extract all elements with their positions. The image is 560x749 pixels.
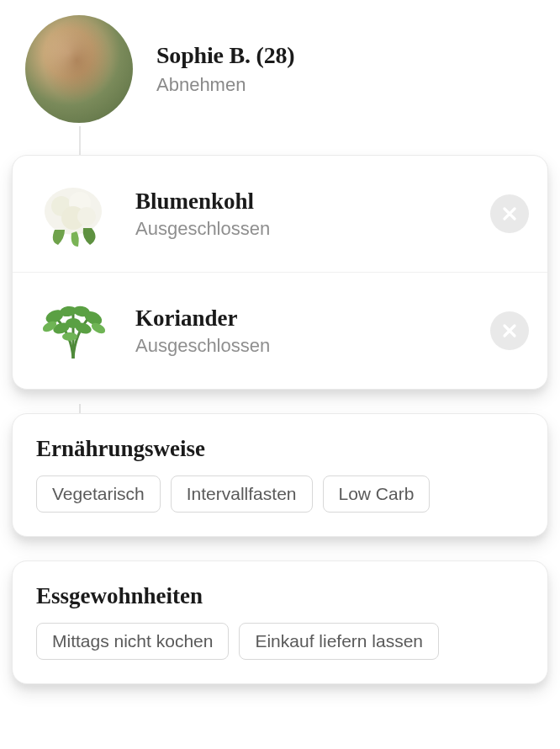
remove-button[interactable] xyxy=(490,194,529,233)
coriander-icon xyxy=(31,293,115,369)
diet-card: Ernährungsweise Vegetarisch Intervallfas… xyxy=(12,413,548,537)
excluded-item-texts: Koriander Ausgeschlossen xyxy=(135,305,470,357)
habits-chips: Mittags nicht kochen Einkauf liefern las… xyxy=(13,623,547,683)
svg-point-11 xyxy=(66,318,81,328)
remove-button[interactable] xyxy=(490,311,529,350)
diet-chip[interactable]: Vegetarisch xyxy=(36,475,161,513)
excluded-item-status: Ausgeschlossen xyxy=(135,335,470,357)
habits-chip[interactable]: Mittags nicht kochen xyxy=(36,623,229,660)
habits-title: Essgewohnheiten xyxy=(13,561,547,623)
diet-chip[interactable]: Intervallfasten xyxy=(171,475,313,513)
excluded-card: Blumenkohl Ausgeschlossen xyxy=(12,155,548,390)
svg-point-14 xyxy=(62,332,77,341)
svg-point-4 xyxy=(77,207,96,226)
profile-name: Sophie B. (28) xyxy=(156,42,294,69)
excluded-item-name: Blumenkohl xyxy=(135,189,470,215)
excluded-item-name: Koriander xyxy=(135,305,470,332)
excluded-item-texts: Blumenkohl Ausgeschlossen xyxy=(135,189,470,240)
profile-goal: Abnehmen xyxy=(156,74,294,96)
profile-texts: Sophie B. (28) Abnehmen xyxy=(156,42,294,96)
diet-title: Ernährungsweise xyxy=(13,414,547,475)
close-icon xyxy=(501,205,518,222)
diet-chips: Vegetarisch Intervallfasten Low Carb xyxy=(13,475,547,536)
cauliflower-icon xyxy=(31,176,115,252)
habits-chip[interactable]: Einkauf liefern lassen xyxy=(239,623,439,660)
diet-chip[interactable]: Low Carb xyxy=(323,475,431,513)
profile-header: Sophie B. (28) Abnehmen xyxy=(0,0,560,131)
avatar xyxy=(25,15,133,123)
excluded-item-status: Ausgeschlossen xyxy=(135,218,470,240)
habits-card: Essgewohnheiten Mittags nicht kochen Ein… xyxy=(12,560,548,684)
excluded-row: Blumenkohl Ausgeschlossen xyxy=(13,156,547,272)
close-icon xyxy=(501,322,518,339)
excluded-row: Koriander Ausgeschlossen xyxy=(13,272,547,389)
